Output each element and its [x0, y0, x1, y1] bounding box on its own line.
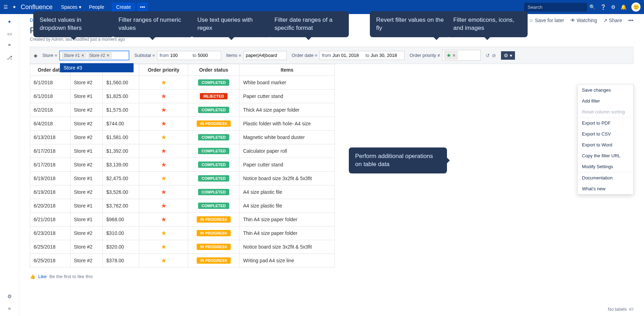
cell-date: 6/20/2018: [30, 199, 70, 213]
cell-store: Store #1: [70, 199, 102, 213]
table-row: 6/1/2018Store #1$1,825.00★REJECTEDPaper …: [30, 90, 335, 103]
status-badge: COMPLETED: [198, 134, 229, 140]
cell-priority: ★: [139, 213, 188, 226]
menu-export-csv[interactable]: Export to CSV: [578, 129, 633, 139]
chip-priority-star[interactable]: ★✕: [445, 51, 457, 59]
remove-chip-icon[interactable]: ✕: [81, 53, 84, 58]
table-row: 6/20/2018Store #1$3,762.00★COMPLETEDA4 s…: [30, 199, 335, 213]
cell-store: Store #2: [70, 103, 102, 117]
menu-export-word[interactable]: Export to Word: [578, 139, 633, 150]
brand-name: Confluence: [21, 4, 53, 11]
table-row: 6/23/2018Store #2$310.00★IN PROGRESSThin…: [30, 226, 335, 240]
cell-items: Paper cutter stand: [239, 90, 335, 103]
user-avatar[interactable]: 🙂: [631, 2, 640, 12]
cell-date: 6/2/2018: [30, 103, 70, 117]
remove-chip-icon[interactable]: ✕: [452, 53, 456, 58]
star-icon: ★: [161, 216, 167, 223]
space-logo-icon[interactable]: ✦: [7, 19, 12, 25]
menu-export-pdf[interactable]: Export to PDF: [578, 118, 633, 129]
cell-store: Store #2: [70, 76, 102, 90]
cell-status: COMPLETED: [188, 172, 239, 185]
cell-date: 6/25/2018: [30, 240, 70, 254]
undo-icon[interactable]: ↺: [486, 53, 490, 58]
revert-controls: ↺ ⊘: [486, 53, 496, 58]
subtotal-from-input[interactable]: [170, 53, 191, 58]
cell-store: Store #2: [70, 226, 102, 240]
items-text-input[interactable]: [246, 53, 284, 58]
col-status[interactable]: Order status: [188, 64, 239, 76]
filter-subtotal-input[interactable]: from to: [157, 51, 221, 60]
filter-orderdate-label: Order date =: [292, 53, 317, 58]
table-row: 6/17/2018Store #2$3,139.00★COMPLETEDPape…: [30, 158, 335, 172]
like-link[interactable]: Like: [38, 274, 47, 279]
subtotal-to-input[interactable]: [198, 53, 219, 58]
filter-items: Items =: [226, 51, 287, 60]
filter-items-input[interactable]: [243, 51, 287, 60]
cell-store: Store #2: [70, 158, 102, 172]
create-button[interactable]: Create: [112, 2, 135, 12]
filter-priority-input[interactable]: ★✕: [442, 50, 481, 61]
cell-priority: ★: [139, 158, 188, 172]
menu-modify-settings[interactable]: Modify Settings: [578, 161, 633, 172]
filter-priority-label: Order priority ≠: [409, 53, 440, 58]
cell-status: REJECTED: [188, 90, 239, 103]
search-input[interactable]: [524, 3, 587, 12]
cell-subtotal: $3,526.00: [103, 185, 139, 199]
status-badge: REJECTED: [200, 93, 228, 99]
date-from-input[interactable]: [332, 53, 364, 58]
space-settings-icon[interactable]: ⚙: [7, 294, 12, 299]
dropdown-option-store3[interactable]: Store #3: [60, 63, 134, 72]
tag-icon[interactable]: 🏷: [629, 307, 633, 312]
cell-items: Writing pad A4 size line: [239, 254, 335, 268]
col-priority[interactable]: Order priority: [139, 64, 188, 76]
clear-icon[interactable]: ⊘: [492, 53, 496, 58]
nav-spaces[interactable]: Spaces ▾: [61, 4, 81, 10]
star-icon: ★: [161, 175, 167, 182]
nav-people[interactable]: People: [89, 4, 104, 10]
blog-icon[interactable]: ❝: [8, 43, 11, 48]
thumbs-up-icon[interactable]: 👍: [30, 274, 35, 279]
cell-items: Magnetic white board duster: [239, 131, 335, 144]
cell-store: Store #1: [70, 144, 102, 158]
page-more-icon[interactable]: •••: [628, 18, 633, 23]
date-to-input[interactable]: [371, 53, 402, 58]
table-row: 6/13/2018Store #2$1,581.00★COMPLETEDMagn…: [30, 131, 335, 144]
share-button[interactable]: ↗ Share: [603, 18, 622, 23]
filter-orderdate-input[interactable]: from to: [319, 51, 405, 60]
cell-status: IN PROGRESS: [188, 254, 239, 268]
create-more-button[interactable]: •••: [137, 2, 148, 12]
col-items[interactable]: Items: [239, 64, 335, 76]
tree-icon[interactable]: ⎇: [7, 55, 12, 60]
star-icon: ★: [161, 79, 167, 86]
save-later-button[interactable]: ☆ Save for later: [529, 18, 564, 23]
chip-store1[interactable]: Store #1✕: [62, 52, 86, 59]
star-icon: ★: [161, 93, 167, 100]
menu-documentation[interactable]: Documentation: [578, 172, 633, 183]
pages-icon[interactable]: ▭: [7, 31, 12, 37]
settings-icon[interactable]: ⚙: [611, 4, 616, 10]
filter-settings-button[interactable]: ⚙ ▾: [501, 51, 515, 60]
search-icon[interactable]: 🔍: [589, 4, 595, 10]
table-row: 6/25/2018Store #2$320.00★IN PROGRESSNoti…: [30, 240, 335, 254]
status-badge: IN PROGRESS: [197, 230, 230, 236]
remove-chip-icon[interactable]: ✕: [106, 53, 110, 58]
notifications-icon[interactable]: 🔔: [621, 4, 626, 10]
cell-subtotal: $744.00: [103, 117, 139, 131]
cell-date: 6/19/2018: [30, 185, 70, 199]
menu-icon[interactable]: ☰: [4, 4, 8, 10]
menu-add-filter[interactable]: Add filter: [578, 96, 633, 106]
expand-sidebar-icon[interactable]: »: [8, 305, 11, 311]
help-icon[interactable]: ❔: [600, 4, 606, 10]
cell-subtotal: $1,825.00: [103, 90, 139, 103]
menu-save-changes[interactable]: Save changes: [578, 85, 633, 96]
chip-store2[interactable]: Store #2✕: [88, 52, 111, 59]
menu-whats-new[interactable]: What's new: [578, 183, 633, 194]
menu-copy-url[interactable]: Copy the filter URL: [578, 150, 633, 161]
filter-store-input[interactable]: Store #1✕ Store #2✕ Store #3: [59, 51, 129, 60]
star-icon: ★: [161, 243, 167, 250]
like-text: Be the first to like this: [49, 274, 93, 279]
cell-date: 6/21/2018: [30, 213, 70, 226]
watching-button[interactable]: 👁 Watching: [570, 18, 597, 23]
callout-emoticons: Filter emoticons, icons, and images: [447, 11, 528, 37]
filter-store-label: Store =: [42, 53, 57, 58]
